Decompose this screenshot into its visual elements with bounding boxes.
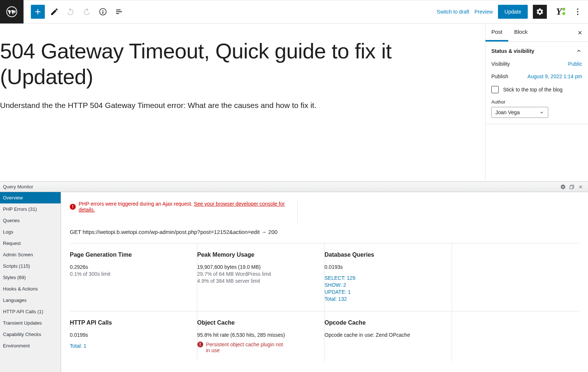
qm-opcache-cell: Opcode Cache Opcode cache in use: Zend O… <box>325 311 452 361</box>
qm-request-line: GET https://wetopi.b.wetopi.com/wp-admin… <box>70 229 579 243</box>
visibility-value[interactable]: Public <box>568 61 582 67</box>
qm-nav: Overview PHP Errors (31) Queries Logs Re… <box>0 192 61 372</box>
qm-nav-capability[interactable]: Capability Checks <box>0 329 61 340</box>
sticky-label: Stick to the top of the blog <box>503 87 563 93</box>
qm-empty-cell <box>452 243 580 311</box>
publish-value[interactable]: August 9, 2022 1:14 pm <box>527 73 582 79</box>
chevron-down-icon <box>539 110 544 115</box>
svg-point-6 <box>577 14 578 15</box>
tab-post[interactable]: Post <box>485 24 508 41</box>
qm-db-value: 0.0193s <box>325 264 444 270</box>
svg-point-4 <box>577 8 578 10</box>
close-inspector-button[interactable] <box>572 24 588 41</box>
author-value: Joan Vega <box>495 109 520 115</box>
qm-pagegen-value: 0.2926s <box>70 264 189 270</box>
more-options-button[interactable] <box>571 5 584 18</box>
qm-http-value: 0.0199s <box>70 332 189 338</box>
qm-db-select[interactable]: SELECT: 129 <box>325 275 444 281</box>
outline-button[interactable] <box>112 5 126 18</box>
undo-button[interactable] <box>64 5 77 18</box>
qm-php-error-alert: ! PHP errors were triggered during an Aj… <box>70 201 298 223</box>
panel-status-visibility[interactable]: Status & visibility <box>491 48 582 54</box>
error-icon: ! <box>70 204 76 210</box>
settings-toggle-button[interactable] <box>533 5 547 19</box>
tab-block[interactable]: Block <box>508 24 534 41</box>
qm-db-update[interactable]: UPDATE: 1 <box>325 289 444 295</box>
qm-pagegen-cell: Page Generation Time 0.2926s 0.1% of 300… <box>70 243 197 311</box>
edit-mode-button[interactable] <box>48 5 61 18</box>
svg-point-2 <box>103 10 103 11</box>
editor-toolbar: Switch to draft Preview Update Y <box>0 0 588 24</box>
qm-memory-value: 19,907,600 bytes (19.0 MB) <box>197 264 316 270</box>
qm-memory-sub2: 4.9% of 384 MB server limit <box>197 278 316 284</box>
qm-db-show[interactable]: SHOW: 2 <box>325 282 444 288</box>
qm-memory-title: Peak Memory Usage <box>197 252 316 258</box>
qm-db-title: Database Queries <box>325 252 444 258</box>
qm-nav-overview[interactable]: Overview <box>0 192 61 203</box>
add-block-button[interactable] <box>31 5 45 19</box>
qm-db-cell: Database Queries 0.0193s SELECT: 129 SHO… <box>325 243 452 311</box>
qm-content: ! PHP errors were triggered during an Aj… <box>61 192 588 372</box>
publish-label: Publish <box>491 73 508 79</box>
panel-title-label: Status & visibility <box>491 48 534 54</box>
yoast-toggle-button[interactable]: Y <box>552 5 566 19</box>
svg-rect-7 <box>570 186 573 189</box>
yoast-icon: Y <box>556 6 562 17</box>
qm-http-total[interactable]: Total: 1 <box>70 343 189 349</box>
svg-rect-3 <box>103 11 103 14</box>
query-monitor-panel: Query Monitor Overview PHP Errors (31) Q… <box>0 181 588 372</box>
qm-empty-cell-2 <box>452 311 580 361</box>
qm-nav-request[interactable]: Request <box>0 238 61 249</box>
editor-canvas[interactable]: 504 Gateway Timeout, Quick guide to fix … <box>0 24 485 181</box>
qm-objcache-value: 95.8% hit rate (6,530 hits, 285 misses) <box>197 332 316 338</box>
qm-pagegen-title: Page Generation Time <box>70 252 189 258</box>
redo-button[interactable] <box>80 5 93 18</box>
qm-close-icon[interactable] <box>576 183 585 191</box>
post-title[interactable]: 504 Gateway Timeout, Quick guide to fix … <box>0 38 485 89</box>
author-label: Author <box>491 99 582 105</box>
qm-opcache-title: Opcode Cache <box>325 319 444 326</box>
qm-nav-hooks[interactable]: Hooks & Actions <box>0 283 61 295</box>
preview-link[interactable]: Preview <box>474 9 493 15</box>
qm-objcache-cell: Object Cache 95.8% hit rate (6,530 hits,… <box>197 311 325 361</box>
qm-settings-icon[interactable] <box>559 183 567 191</box>
qm-http-cell: HTTP API Calls 0.0199s Total: 1 <box>70 311 197 361</box>
visibility-label: Visibility <box>491 61 510 67</box>
post-subtitle[interactable]: Understand the the HTTP 504 Gateway Time… <box>0 100 485 111</box>
qm-nav-logs[interactable]: Logs <box>0 226 61 238</box>
qm-opcache-value: Opcode cache in use: Zend OPcache <box>325 332 444 338</box>
qm-nav-php-errors[interactable]: PHP Errors (31) <box>0 203 61 215</box>
inspector-sidebar: Post Block Status & visibility Visibilit… <box>485 24 588 181</box>
qm-objcache-warn-text: Persistent object cache plugin not in us… <box>206 342 286 353</box>
switch-to-draft-link[interactable]: Switch to draft <box>437 9 469 15</box>
qm-db-total[interactable]: Total: 132 <box>325 296 444 302</box>
author-select[interactable]: Joan Vega <box>491 107 548 118</box>
qm-nav-admin-screen[interactable]: Admin Screen <box>0 249 61 260</box>
qm-nav-styles[interactable]: Styles (69) <box>0 272 61 283</box>
qm-nav-queries[interactable]: Queries <box>0 215 61 226</box>
qm-pagegen-sub: 0.1% of 300s limit <box>70 271 189 277</box>
qm-popout-icon[interactable] <box>567 183 576 191</box>
chevron-up-icon <box>576 48 582 54</box>
qm-http-title: HTTP API Calls <box>70 319 189 326</box>
qm-objcache-title: Object Cache <box>197 319 316 326</box>
error-icon: ! <box>197 342 203 347</box>
qm-alert-text: PHP errors were triggered during an Ajax… <box>79 201 194 207</box>
qm-nav-environment[interactable]: Environment <box>0 340 61 351</box>
qm-objcache-warn: ! Persistent object cache plugin not in … <box>197 342 286 353</box>
wp-logo[interactable] <box>0 0 24 24</box>
qm-nav-transient[interactable]: Transient Updates <box>0 317 61 329</box>
sticky-checkbox[interactable] <box>491 86 499 93</box>
svg-point-5 <box>577 11 578 12</box>
qm-nav-http-api[interactable]: HTTP API Calls (1) <box>0 306 61 317</box>
qm-memory-cell: Peak Memory Usage 19,907,600 bytes (19.0… <box>197 243 325 311</box>
qm-title: Query Monitor <box>3 184 559 189</box>
qm-nav-scripts[interactable]: Scripts (115) <box>0 260 61 272</box>
qm-memory-sub1: 29.7% of 64 MB WordPress limit <box>197 271 316 277</box>
info-button[interactable] <box>96 5 110 18</box>
update-button[interactable]: Update <box>498 5 528 19</box>
qm-nav-languages[interactable]: Languages <box>0 295 61 306</box>
